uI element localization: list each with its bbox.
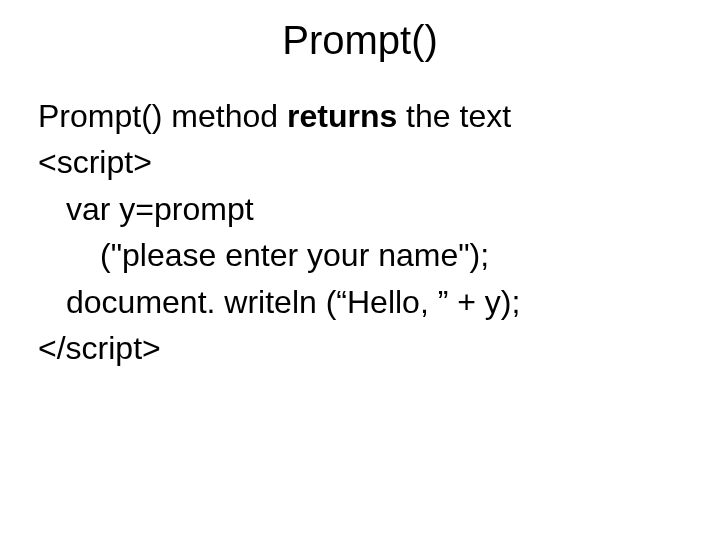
body-line-6: </script> [38, 325, 682, 371]
body-line-4: ("please enter your name"); [38, 232, 682, 278]
body-line-1: Prompt() method returns the text [38, 93, 682, 139]
text-span: the text [397, 98, 511, 134]
slide-title: Prompt() [0, 0, 720, 93]
text-span-bold: returns [287, 98, 397, 134]
body-line-5: document. writeln (“Hello, ” + y); [38, 279, 682, 325]
text-span: Prompt() method [38, 98, 287, 134]
body-line-3: var y=prompt [38, 186, 682, 232]
slide: Prompt() Prompt() method returns the tex… [0, 0, 720, 540]
body-line-2: <script> [38, 139, 682, 185]
slide-body: Prompt() method returns the text <script… [0, 93, 720, 371]
